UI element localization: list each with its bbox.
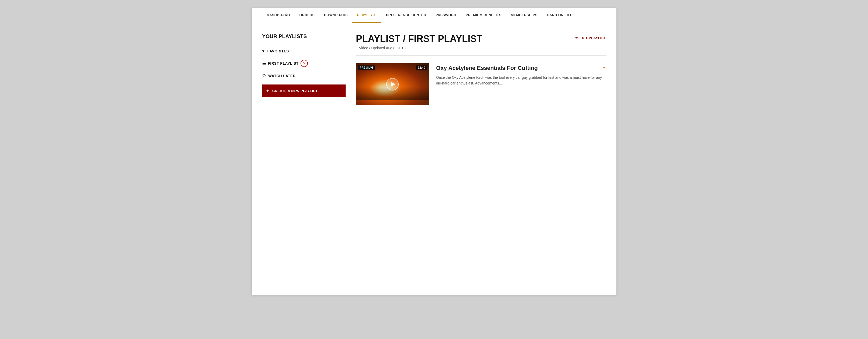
nav-orders[interactable]: Orders	[295, 8, 319, 23]
sidebar-title: Your Playlists	[262, 33, 346, 39]
playlist-header-row: Playlist / First Playlist ✏ Edit Playlis…	[356, 33, 606, 44]
duration-badge: 22:40	[416, 65, 427, 69]
pencil-icon: ✏	[575, 36, 579, 40]
video-thumbnail-wrapper[interactable]: Premium 22:40	[356, 63, 429, 105]
edit-playlist-label: Edit Playlist	[580, 36, 606, 40]
nav-preference-center[interactable]: Preference Center	[381, 8, 431, 23]
playlist-settings-button[interactable]: ✕	[301, 60, 308, 67]
sidebar-item-watch-later[interactable]: ⊙ Watch Later	[262, 70, 346, 81]
nav-downloads[interactable]: Downloads	[319, 8, 352, 23]
first-playlist-label[interactable]: First Playlist	[268, 61, 299, 65]
video-title[interactable]: Oxy Acetylene Essentials For Cutting	[436, 64, 538, 72]
settings-icon: ✕	[303, 61, 306, 65]
top-nav: Dashboard Orders Downloads Playlists Pre…	[252, 8, 616, 23]
edit-playlist-button[interactable]: ✏ Edit Playlist	[575, 36, 606, 40]
divider	[356, 55, 606, 56]
nav-card-on-file[interactable]: Card On File	[542, 8, 577, 23]
playlist-meta: 1 Video / Updated Aug 8, 2018	[356, 46, 606, 50]
video-description: Once the Oxy Acetylene torch was the too…	[436, 75, 606, 86]
create-playlist-button[interactable]: + Create A New Playlist	[262, 84, 346, 97]
nav-premium-benefits[interactable]: Premium Benefits	[461, 8, 506, 23]
plus-icon: +	[267, 88, 269, 94]
watch-later-label: Watch Later	[268, 74, 296, 78]
video-info: Oxy Acetylene Essentials For Cutting ▼ O…	[436, 63, 606, 86]
clock-icon: ⊙	[262, 73, 266, 78]
create-playlist-label: Create A New Playlist	[272, 89, 318, 93]
nav-password[interactable]: Password	[431, 8, 461, 23]
sidebar-item-first-playlist-row: ☰ First Playlist ✕	[262, 57, 346, 70]
playlist-title: Playlist / First Playlist	[356, 33, 482, 44]
main-layout: Your Playlists ♥ Favorites ☰ First Playl…	[252, 23, 616, 115]
page-container: Dashboard Orders Downloads Playlists Pre…	[252, 8, 616, 295]
video-title-row: Oxy Acetylene Essentials For Cutting ▼	[436, 64, 606, 75]
video-item: Premium 22:40 Oxy Acetylene Essentials F…	[356, 63, 606, 105]
dropdown-arrow-icon[interactable]: ▼	[602, 65, 606, 69]
play-button[interactable]	[386, 78, 399, 90]
list-icon: ☰	[262, 61, 266, 66]
sidebar: Your Playlists ♥ Favorites ☰ First Playl…	[262, 33, 346, 105]
nav-playlists[interactable]: Playlists	[352, 8, 381, 23]
nav-memberships[interactable]: Memberships	[506, 8, 542, 23]
heart-icon: ♥	[262, 49, 265, 53]
premium-badge: Premium	[358, 65, 375, 70]
video-thumbnail: Premium 22:40	[356, 63, 429, 105]
sidebar-item-favorites[interactable]: ♥ Favorites	[262, 46, 346, 57]
play-icon	[391, 82, 395, 87]
favorites-label: Favorites	[268, 49, 289, 53]
content-area: Playlist / First Playlist ✏ Edit Playlis…	[356, 33, 606, 105]
nav-dashboard[interactable]: Dashboard	[262, 8, 295, 23]
